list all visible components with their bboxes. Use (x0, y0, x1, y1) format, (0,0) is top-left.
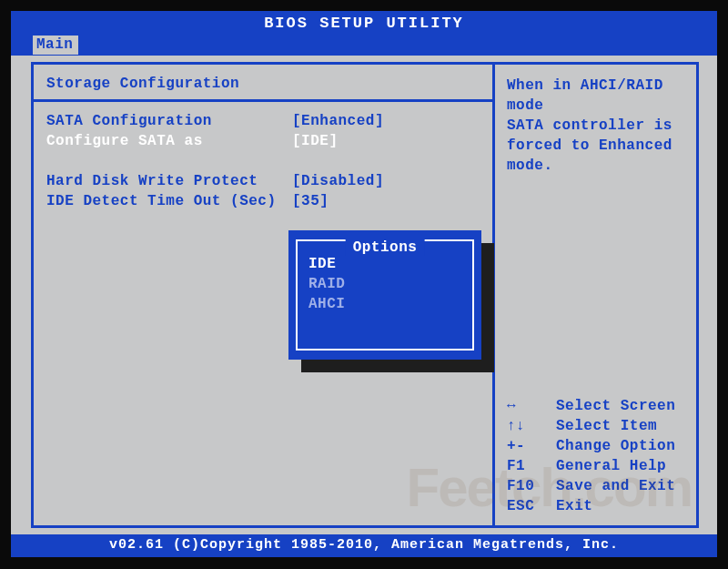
key-desc: Select Item (556, 418, 691, 434)
options-popup-title: Options (346, 239, 425, 256)
help-text: mode. (507, 156, 691, 176)
key-symbol: ↔ (507, 398, 556, 414)
setting-label: Configure SATA as (46, 133, 292, 149)
help-text: When in AHCI/RAID mode (507, 76, 691, 116)
setting-ide-detect-time-out[interactable]: IDE Detect Time Out (Sec) [35] (46, 191, 485, 211)
key-symbol: +- (507, 438, 556, 454)
footer-text: v02.61 (C)Copyright 1985-2010, American … (109, 537, 619, 553)
setting-label: SATA Configuration (46, 113, 292, 129)
key-select-screen: ↔ Select Screen (507, 396, 691, 416)
option-ide[interactable]: IDE (307, 254, 463, 274)
key-desc: General Help (556, 458, 691, 474)
key-symbol: F1 (507, 458, 556, 474)
key-exit: ESC Exit (507, 496, 691, 516)
help-pane: When in AHCI/RAID mode SATA controller i… (498, 65, 696, 525)
settings-pane: Storage Configuration SATA Configuration… (34, 65, 492, 525)
section-rule (34, 99, 492, 102)
tab-main[interactable]: Main (33, 36, 78, 55)
section-heading: Storage Configuration (46, 76, 485, 92)
key-general-help: F1 General Help (507, 456, 691, 476)
key-desc: Change Option (556, 438, 691, 454)
key-select-item: ↑↓ Select Item (507, 416, 691, 436)
options-popup-frame: Options IDE RAID AHCI (296, 239, 474, 351)
menu-tab-bar[interactable]: Main (11, 36, 717, 56)
help-text: SATA controller is (507, 116, 691, 136)
key-desc: Save and Exit (556, 478, 691, 494)
key-symbol: ESC (507, 498, 556, 514)
key-desc: Exit (556, 498, 691, 514)
key-symbol: F10 (507, 478, 556, 494)
setting-sata-configuration[interactable]: SATA Configuration [Enhanced] (46, 111, 485, 131)
key-legend: ↔ Select Screen ↑↓ Select Item +- Change… (507, 396, 691, 516)
spacer (46, 151, 485, 171)
key-desc: Select Screen (556, 398, 691, 414)
key-symbol: ↑↓ (507, 418, 556, 434)
setting-label: IDE Detect Time Out (Sec) (46, 193, 292, 209)
bios-screen: BIOS SETUP UTILITY Main Storage Configur… (11, 11, 717, 557)
tab-main-label: Main (36, 36, 73, 53)
option-ahci[interactable]: AHCI (307, 294, 463, 314)
options-popup[interactable]: Options IDE RAID AHCI (288, 230, 481, 360)
setting-value: [Enhanced] (292, 113, 485, 129)
setting-label: Hard Disk Write Protect (46, 173, 292, 189)
content-frame: Storage Configuration SATA Configuration… (31, 62, 699, 528)
title-text: BIOS SETUP UTILITY (264, 15, 464, 32)
option-raid[interactable]: RAID (307, 274, 463, 294)
setting-value: [35] (292, 193, 485, 209)
title-bar: BIOS SETUP UTILITY (11, 11, 717, 36)
key-save-and-exit: F10 Save and Exit (507, 476, 691, 496)
setting-configure-sata-as[interactable]: Configure SATA as [IDE] (46, 131, 485, 151)
footer-bar: v02.61 (C)Copyright 1985-2010, American … (11, 534, 717, 557)
key-change-option: +- Change Option (507, 436, 691, 456)
setting-value: [Disabled] (292, 173, 485, 189)
setting-value: [IDE] (292, 133, 485, 149)
setting-hard-disk-write-protect[interactable]: Hard Disk Write Protect [Disabled] (46, 171, 485, 191)
help-text: forced to Enhanced (507, 136, 691, 156)
